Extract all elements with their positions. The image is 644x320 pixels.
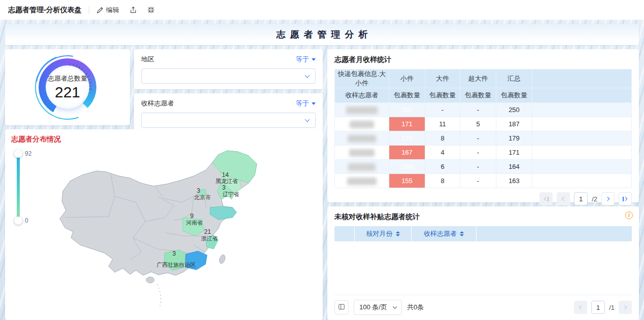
- page-size-select[interactable]: 100 条/页: [354, 300, 402, 315]
- column-check-month: 核对月份: [366, 229, 393, 238]
- fullscreen-exit-button[interactable]: [147, 6, 155, 14]
- total-pages-label: /1: [609, 304, 615, 311]
- subsidy-table-header: 核对月份 收样志愿者: [334, 226, 632, 241]
- chevron-down-icon: [305, 73, 310, 78]
- total-pages-label: /2: [592, 195, 597, 203]
- monthly-sampling-card: 志愿者月收样统计 快递包裹信息.大小件 小件 大件 超大件 汇总: [327, 49, 639, 202]
- region-name: 黑龙江省: [216, 178, 238, 184]
- topbar: 志愿者管理-分析仪表盘 编辑: [0, 0, 644, 20]
- current-page-input[interactable]: 1: [574, 192, 588, 205]
- region-name: 河南省: [186, 220, 203, 226]
- gauge: 志愿者总数量 221: [35, 55, 100, 120]
- chevron-down-icon: [393, 305, 397, 309]
- table-row[interactable]: 171 8 - 179: [335, 131, 631, 145]
- table-row[interactable]: 167 4 - 171: [335, 146, 631, 159]
- total-count-label: 共0条: [407, 303, 424, 312]
- volunteer-filter-label: 收样志愿者: [141, 99, 174, 108]
- china-map[interactable]: 14 黑龙江省 3 辽宁省 3 北京市 9 河南省 21 浙江省 3 广西壮族自…: [5, 131, 322, 312]
- export-button[interactable]: [129, 6, 137, 14]
- sampling-table: 快递包裹信息.大小件 小件 大件 超大件 汇总 收样志愿者 包裹数量 包裹数量 …: [334, 69, 632, 188]
- next-page-button[interactable]: [601, 192, 615, 205]
- gauge-value: 221: [55, 84, 80, 101]
- header-row-1: 快递包裹信息.大小件 小件 大件 超大件 汇总: [335, 69, 631, 88]
- pencil-icon: [96, 7, 104, 14]
- table-row[interactable]: 250 - - 250: [335, 103, 631, 117]
- gauge-label: 志愿者总数量: [48, 74, 87, 83]
- next-page-button[interactable]: [619, 301, 632, 314]
- region-value: 3: [222, 184, 226, 191]
- island-taiwan: [218, 254, 226, 264]
- region-filter-card: 地区 等于: [134, 49, 323, 89]
- caret-down-icon: [312, 58, 316, 61]
- current-page-input[interactable]: 1: [591, 301, 605, 314]
- volunteer-operator-dropdown[interactable]: 等于: [296, 99, 316, 108]
- subsidy-table-footer: 100 条/页 共0条 1 /1: [334, 295, 632, 315]
- prev-page-button[interactable]: [557, 192, 570, 205]
- south-china-sea-islands: [157, 285, 161, 308]
- redacted-volunteer-name: [346, 106, 378, 114]
- subsidy-table-body-empty: [334, 241, 632, 295]
- volunteer-select[interactable]: [141, 113, 316, 128]
- redacted-volunteer-name: [347, 177, 377, 185]
- volunteer-filter-card: 收样志愿者 等于: [134, 93, 323, 133]
- header-row-2: 收样志愿者 包裹数量 包裹数量 包裹数量 包裹数量: [335, 88, 631, 102]
- sort-icon[interactable]: [460, 231, 464, 236]
- dashboard-canvas: 志愿者管理分析 志愿者总数量 221: [0, 20, 644, 320]
- last-page-button[interactable]: [619, 192, 632, 205]
- chevron-down-icon: [305, 117, 310, 122]
- caret-down-icon: [312, 102, 316, 105]
- column-settings-button[interactable]: [334, 300, 349, 314]
- redacted-volunteer-name: [349, 149, 375, 157]
- region-select[interactable]: [141, 68, 316, 84]
- sampling-table-title: 志愿者月收样统计: [334, 55, 632, 64]
- volunteer-total-gauge-card: 志愿者总数量 221: [5, 49, 130, 125]
- redacted-volunteer-name: [350, 121, 374, 128]
- prev-page-button[interactable]: [574, 301, 587, 314]
- volunteer-distribution-card: 志愿者分布情况 92 0: [5, 129, 323, 320]
- table-row[interactable]: 155 8 - 163: [335, 174, 631, 188]
- region-filter-label: 地区: [141, 55, 154, 64]
- sampling-table-pagination: 1 /2: [334, 188, 632, 205]
- region-name: 辽宁省: [223, 191, 240, 197]
- region-name: 北京市: [194, 194, 211, 200]
- region-value: 3: [197, 187, 200, 194]
- info-icon[interactable]: i: [625, 211, 633, 219]
- region-name: 广西壮族自治区: [157, 262, 196, 268]
- fullscreen-exit-icon: [147, 6, 155, 14]
- region-value: 21: [204, 228, 211, 235]
- region-value: 3: [173, 250, 176, 257]
- page-title: 志愿者管理分析: [272, 28, 372, 41]
- island-hainan: [146, 277, 154, 283]
- first-page-button[interactable]: [539, 192, 553, 205]
- redacted-volunteer-name: [348, 163, 376, 171]
- subsidy-table-title: 未核对收样补贴志愿者统计: [334, 212, 632, 222]
- region-value: 14: [222, 171, 229, 179]
- table-row[interactable]: 171 11 5 187: [335, 117, 631, 131]
- column-volunteer: 收样志愿者: [424, 229, 457, 238]
- edit-button[interactable]: 编辑: [96, 6, 119, 15]
- sort-icon[interactable]: [396, 231, 400, 236]
- column-settings-icon: [338, 303, 345, 312]
- dashboard-title: 志愿者管理-分析仪表盘: [8, 6, 82, 15]
- divider: [89, 6, 89, 14]
- banner-card: 志愿者管理分析: [5, 24, 639, 45]
- region-name: 浙江省: [201, 235, 218, 241]
- region-operator-dropdown[interactable]: 等于: [296, 55, 316, 64]
- region-value: 9: [190, 212, 194, 220]
- table-row[interactable]: 158 6 - 164: [335, 160, 631, 173]
- unchecked-subsidy-card: 未核对收样补贴志愿者统计 i 核对月份 收样志愿者: [327, 206, 639, 320]
- export-icon: [129, 6, 137, 14]
- redacted-volunteer-name: [348, 135, 376, 143]
- subsidy-table-pagination: 1 /1: [574, 301, 632, 314]
